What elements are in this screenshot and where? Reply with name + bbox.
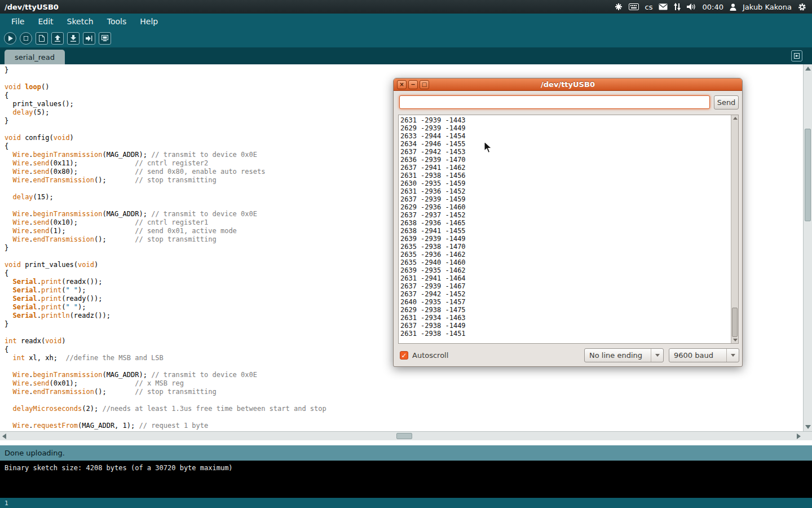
console-output: Binary sketch size: 4208 bytes (of a 307… (0, 461, 812, 498)
serial-line: 2637 -2938 -1449 (400, 322, 730, 330)
serial-output-area[interactable]: 2631 -2939 -14432629 -2939 -14492633 -29… (398, 115, 739, 344)
serial-line: 2637 -2939 -1459 (400, 195, 730, 203)
status-bar: Done uploading. (0, 445, 812, 461)
upload-button[interactable] (83, 32, 95, 45)
open-button[interactable] (51, 32, 64, 45)
menubar: File Edit Sketch Tools Help (0, 14, 812, 29)
network-icon[interactable] (674, 3, 681, 11)
serial-monitor-titlebar[interactable]: × − □ /dev/ttyUSB0 (394, 78, 742, 91)
username-label[interactable]: Jakub Kakona (743, 3, 792, 11)
serial-output-lines: 2631 -2939 -14432629 -2939 -14492633 -29… (400, 116, 730, 343)
editor-vertical-scroll-thumb[interactable] (805, 129, 811, 221)
code-line: Wire.send(0x01); // x MSB reg (5, 379, 803, 388)
code-line: Wire.requestFrom(MAG_ADDR, 1); // reques… (5, 422, 803, 430)
mail-icon[interactable] (659, 3, 668, 10)
serial-line: 2638 -2936 -1465 (400, 219, 730, 227)
tab-serial-read[interactable]: serial_read (5, 50, 65, 64)
indicator-icon[interactable] (615, 3, 623, 11)
volume-icon[interactable] (687, 3, 696, 11)
keyboard-layout-label[interactable]: cs (645, 3, 653, 11)
new-sketch-button[interactable] (36, 32, 48, 45)
serial-line: 2631 -2938 -1456 (400, 172, 730, 179)
scroll-up-icon[interactable] (805, 67, 811, 71)
serial-line: 2631 -2934 -1463 (400, 314, 730, 322)
serial-line: 2636 -2939 -1470 (400, 156, 730, 164)
serial-line: 2634 -2946 -1455 (400, 140, 730, 148)
serial-line: 2631 -2941 -1464 (400, 274, 730, 282)
serial-monitor-window: × − □ /dev/ttyUSB0 Send 2631 -2939 -1443… (393, 78, 743, 367)
code-line: } (5, 66, 803, 75)
serial-line: 2631 -2938 -1451 (400, 330, 730, 338)
stop-button[interactable] (20, 32, 32, 45)
baud-rate-value: 9600 baud (669, 349, 726, 362)
serial-line: 2633 -2944 -1454 (400, 132, 730, 140)
menu-sketch[interactable]: Sketch (61, 15, 99, 28)
serial-line: 2637 -2937 -1452 (400, 211, 730, 219)
scroll-down-icon[interactable] (805, 425, 811, 429)
code-line (5, 396, 803, 405)
serial-line: 2631 -2936 -1452 (400, 187, 730, 195)
serial-line: 2631 -2939 -1443 (400, 116, 730, 124)
chevron-down-icon[interactable] (726, 349, 739, 362)
serial-line: 2637 -2941 -1462 (400, 164, 730, 172)
chevron-down-icon[interactable] (651, 349, 663, 362)
serial-line: 2629 -2939 -1449 (400, 124, 730, 132)
clock-label[interactable]: 00:40 (702, 3, 723, 11)
menu-help[interactable]: Help (134, 15, 164, 28)
scroll-right-icon[interactable] (797, 433, 801, 439)
tab-menu-button[interactable] (791, 50, 802, 62)
menu-tools[interactable]: Tools (102, 15, 133, 28)
serial-line: 2637 -2939 -1467 (400, 282, 730, 290)
menu-edit[interactable]: Edit (32, 15, 59, 28)
save-button[interactable] (67, 32, 80, 45)
gear-icon[interactable] (798, 3, 806, 11)
line-ending-value: No line ending (585, 349, 651, 362)
serial-line: 2637 -2942 -1453 (400, 148, 730, 156)
code-line: Wire.beginTransmission(MAG_ADDR); // tra… (5, 371, 803, 379)
serial-line: 2635 -2938 -1470 (400, 243, 730, 251)
editor-horizontal-scrollbar[interactable] (0, 431, 812, 440)
serial-line: 2640 -2935 -1457 (400, 298, 730, 306)
editor-horizontal-scroll-thumb[interactable] (396, 433, 412, 439)
serial-line: 2629 -2938 -1475 (400, 306, 730, 314)
scroll-up-icon[interactable] (733, 117, 738, 120)
serial-line: 2638 -2941 -1455 (400, 227, 730, 235)
serial-input-field[interactable] (399, 95, 710, 109)
serial-monitor-title: /dev/ttyUSB0 (394, 80, 742, 89)
toolbar (0, 29, 812, 47)
console-text: Binary sketch size: 4208 bytes (of a 307… (5, 464, 233, 472)
user-icon (730, 3, 736, 11)
autoscroll-label: Autoscroll (412, 351, 448, 360)
line-ending-dropdown[interactable]: No line ending (584, 348, 664, 362)
serial-line: 2639 -2939 -1449 (400, 235, 730, 243)
serial-line: 2630 -2935 -1459 (400, 179, 730, 187)
code-line: Wire.endTransmission(); // stop transmit… (5, 388, 803, 396)
send-button[interactable]: Send (714, 95, 739, 110)
menu-file[interactable]: File (6, 15, 30, 28)
serial-line: 2637 -2942 -1452 (400, 290, 730, 298)
code-line (5, 413, 803, 422)
serial-monitor-button[interactable] (99, 32, 111, 45)
code-line: delayMicroseconds(2); //needs at least 1… (5, 405, 803, 413)
status-message: Done uploading. (5, 449, 65, 457)
serial-line: 2635 -2936 -1462 (400, 251, 730, 259)
serial-output-scrollbar[interactable] (731, 115, 738, 343)
editor-vertical-scrollbar[interactable] (803, 64, 812, 431)
window-title: /dev/ttyUSB0 (0, 3, 59, 11)
verify-button[interactable] (4, 32, 16, 45)
baud-rate-dropdown[interactable]: 9600 baud (669, 348, 739, 362)
top-panel: /dev/ttyUSB0 cs 00:40 Jakub Kakona (0, 0, 812, 14)
keyboard-icon[interactable] (629, 3, 639, 10)
serial-line: 2639 -2935 -1462 (400, 266, 730, 274)
scroll-down-icon[interactable] (733, 339, 738, 341)
serial-line: 2635 -2940 -1460 (400, 259, 730, 266)
serial-line: 2629 -2936 -1460 (400, 203, 730, 211)
autoscroll-checkbox[interactable]: ✓ (400, 351, 408, 360)
line-number-bar: 1 (0, 498, 812, 508)
scroll-left-icon[interactable] (2, 433, 6, 439)
tab-label: serial_read (15, 53, 55, 62)
line-indicator: 1 (5, 500, 8, 507)
system-tray: cs 00:40 Jakub Kakona (615, 3, 812, 11)
tab-bar: serial_read (0, 47, 812, 64)
serial-scroll-thumb[interactable] (732, 308, 738, 337)
